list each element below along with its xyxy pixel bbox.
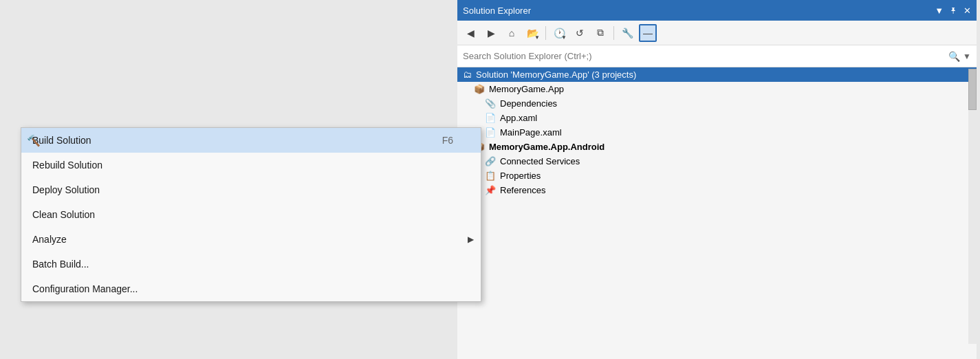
se-connected-services-label: Connected Services (500, 156, 580, 166)
context-menu: 🔨 Build Solution F6 Rebuild Solution Dep… (21, 127, 481, 302)
se-properties-label: Properties (500, 171, 541, 181)
analyze-submenu-arrow-icon: ▶ (468, 235, 474, 244)
menu-item-rebuild-solution[interactable]: Rebuild Solution (21, 153, 481, 177)
se-memorygame-android-label: MemoryGame.App.Android (489, 142, 605, 152)
se-memorygame-app-icon: 📦 (474, 84, 485, 94)
solution-explorer-panel: Solution Explorer ▼ 🖈 ✕ ◀ ▶ ⌂ 📂▼ 🕐▼ ↺ ⧉ … (457, 0, 977, 359)
menu-item-build-solution-shortcut: F6 (442, 135, 453, 146)
se-folder-button[interactable]: 📂▼ (523, 24, 541, 42)
build-solution-icon: 🔨 (27, 134, 41, 147)
menu-item-batch-build-label: Batch Build... (32, 259, 453, 270)
se-pin-dropdown-icon[interactable]: ▼ (935, 6, 944, 16)
menu-item-rebuild-solution-label: Rebuild Solution (32, 160, 453, 171)
se-app-xaml-icon: 📄 (485, 113, 496, 123)
menu-item-build-solution-label: Build Solution (32, 135, 415, 146)
se-solution-icon: 🗂 (463, 69, 472, 80)
se-mainpage-xaml-label: MainPage.xaml (500, 127, 562, 138)
se-item-memorygame-app[interactable]: 📦 MemoryGame.App (457, 82, 977, 96)
menu-item-deploy-solution-label: Deploy Solution (32, 184, 453, 195)
se-properties-icon: 📋 (485, 171, 496, 181)
menu-item-config-manager[interactable]: Configuration Manager... (21, 276, 481, 301)
se-back-button[interactable]: ◀ (461, 24, 479, 42)
se-history-button[interactable]: 🕐▼ (550, 24, 568, 42)
se-item-memorygame-android[interactable]: 📦 MemoryGame.App.Android (457, 140, 977, 154)
se-titlebar-controls: ▼ 🖈 ✕ (935, 6, 971, 16)
se-dependencies-label: Dependencies (500, 98, 557, 109)
se-item-solution[interactable]: 🗂 Solution 'MemoryGame.App' (3 projects) (457, 67, 977, 82)
menu-item-build-solution[interactable]: 🔨 Build Solution F6 (21, 128, 481, 153)
se-pin-icon[interactable]: 🖈 (949, 6, 958, 16)
se-search-bar: 🔍 ▼ (457, 45, 977, 67)
se-item-references[interactable]: 📌 References (457, 183, 977, 197)
se-tree: 🗂 Solution 'MemoryGame.App' (3 projects)… (457, 67, 977, 359)
se-title: Solution Explorer (463, 6, 531, 16)
se-properties-button[interactable]: 🔧 (618, 24, 636, 42)
se-sync-button[interactable]: ↺ (571, 24, 589, 42)
se-dependencies-icon: 📎 (485, 98, 496, 109)
se-separator-2 (613, 26, 614, 40)
se-search-icon[interactable]: 🔍 (948, 51, 960, 62)
se-home-button[interactable]: ⌂ (503, 24, 521, 42)
se-item-dependencies[interactable]: 📎 Dependencies (457, 96, 977, 111)
se-mainpage-xaml-icon: 📄 (485, 127, 496, 138)
se-scrollbar[interactable] (968, 69, 977, 344)
se-separator-1 (545, 26, 546, 40)
se-toolbar: ◀ ▶ ⌂ 📂▼ 🕐▼ ↺ ⧉ 🔧 — (457, 21, 977, 45)
se-item-properties[interactable]: 📋 Properties (457, 168, 977, 183)
menu-item-clean-solution[interactable]: Clean Solution (21, 202, 481, 227)
se-connected-services-icon: 🔗 (485, 156, 496, 166)
se-item-app-xaml[interactable]: 📄 App.xaml (457, 111, 977, 125)
se-close-icon[interactable]: ✕ (963, 6, 971, 16)
se-solution-label: Solution 'MemoryGame.App' (3 projects) (476, 69, 636, 80)
se-references-label: References (500, 185, 545, 195)
se-item-connected-services[interactable]: 🔗 Connected Services (457, 154, 977, 168)
menu-item-analyze-label: Analyze (32, 234, 453, 245)
se-scrollbar-thumb[interactable] (968, 69, 977, 110)
menu-item-batch-build[interactable]: Batch Build... (21, 252, 481, 276)
se-titlebar: Solution Explorer ▼ 🖈 ✕ (457, 0, 977, 21)
se-references-icon: 📌 (485, 185, 496, 195)
se-item-mainpage-xaml[interactable]: 📄 MainPage.xaml (457, 125, 977, 140)
se-app-xaml-label: App.xaml (500, 113, 537, 123)
menu-item-clean-solution-label: Clean Solution (32, 209, 453, 220)
se-copy-button[interactable]: ⧉ (591, 24, 609, 42)
menu-item-analyze[interactable]: Analyze ▶ (21, 227, 481, 252)
menu-item-deploy-solution[interactable]: Deploy Solution (21, 177, 481, 202)
se-memorygame-app-label: MemoryGame.App (489, 84, 564, 94)
se-search-input[interactable] (463, 51, 948, 61)
se-active-tool-button[interactable]: — (639, 24, 657, 42)
menu-item-config-manager-label: Configuration Manager... (32, 283, 453, 294)
se-search-dropdown-icon[interactable]: ▼ (963, 52, 971, 61)
se-forward-button[interactable]: ▶ (482, 24, 500, 42)
